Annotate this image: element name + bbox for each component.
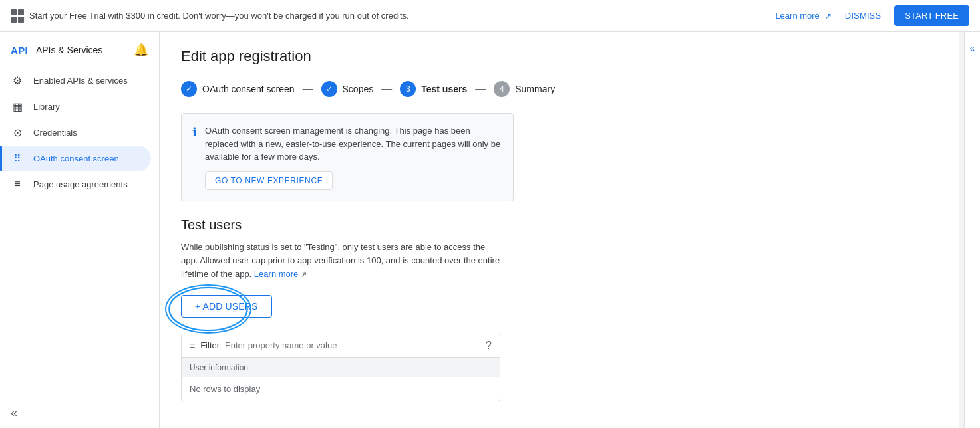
sidebar-collapse-button[interactable]: « bbox=[0, 398, 159, 428]
go-to-new-experience-button[interactable]: GO TO NEW EXPERIENCE bbox=[205, 171, 333, 190]
sidebar-item-label: Page usage agreements bbox=[33, 179, 128, 189]
step-sep-2: — bbox=[381, 83, 392, 95]
sidebar-item-credentials[interactable]: ⊙ Credentials bbox=[0, 120, 151, 146]
scroll-track[interactable] bbox=[959, 32, 964, 428]
step-label-summary: Summary bbox=[515, 84, 555, 94]
info-icon: ℹ bbox=[192, 125, 197, 190]
add-users-button[interactable]: + ADD USERS bbox=[181, 295, 272, 318]
add-users-wrapper: + ADD USERS bbox=[181, 295, 272, 318]
step-circle-oauth: ✓ bbox=[181, 81, 197, 97]
step-oauth: ✓ OAuth consent screen bbox=[181, 81, 295, 97]
oauth-icon: ⠿ bbox=[11, 152, 24, 165]
step-circle-scopes: ✓ bbox=[321, 81, 337, 97]
external-link-icon-2: ↗ bbox=[301, 270, 307, 278]
grid-icon bbox=[11, 9, 24, 23]
top-banner: Start your Free Trial with $300 in credi… bbox=[0, 0, 980, 32]
step-label-scopes: Scopes bbox=[343, 84, 374, 94]
stepper: ✓ OAuth consent screen — ✓ Scopes — 3 Te… bbox=[181, 81, 937, 97]
sidebar-nav: ⚙ Enabled APIs & services ▦ Library ⊙ Cr… bbox=[0, 68, 159, 197]
filter-icon: ≡ bbox=[190, 340, 195, 351]
learn-more-link[interactable]: Learn more bbox=[254, 269, 298, 279]
step-test-users: 3 Test users bbox=[400, 81, 467, 97]
dismiss-button[interactable]: DISMISS bbox=[837, 5, 889, 26]
right-collapse-icon: « bbox=[970, 43, 975, 53]
collapse-icon: « bbox=[11, 406, 17, 419]
filter-label: Filter bbox=[200, 340, 220, 350]
sidebar-item-library[interactable]: ▦ Library bbox=[0, 94, 151, 120]
sidebar-item-label: Library bbox=[33, 102, 60, 112]
step-sep-1: — bbox=[303, 83, 313, 95]
table-header: User information bbox=[182, 358, 500, 377]
user-table: ≡ Filter ? User information No rows to d… bbox=[181, 334, 500, 401]
sidebar-item-label: Enabled APIs & services bbox=[33, 76, 128, 86]
step-label-test-users: Test users bbox=[421, 84, 467, 94]
notification-icon[interactable]: 🔔 bbox=[134, 43, 148, 57]
step-label-oauth: OAuth consent screen bbox=[202, 84, 295, 94]
external-link-icon: ↗ bbox=[825, 11, 832, 21]
sidebar-item-oauth-consent[interactable]: ⠿ OAuth consent screen bbox=[0, 146, 151, 171]
step-summary: 4 Summary bbox=[494, 81, 555, 97]
sidebar-item-label: OAuth consent screen bbox=[33, 154, 119, 163]
right-collapse-button[interactable]: « bbox=[964, 32, 980, 428]
step-sep-3: — bbox=[475, 83, 486, 95]
filter-help-icon[interactable]: ? bbox=[486, 340, 492, 352]
sidebar-item-label: Credentials bbox=[33, 128, 77, 138]
start-free-button[interactable]: START FREE bbox=[894, 5, 969, 26]
page-usage-icon: ≡ bbox=[11, 178, 24, 190]
cancel-button[interactable]: CANCEL bbox=[289, 423, 327, 428]
library-icon: ▦ bbox=[11, 100, 24, 113]
info-box: ℹ OAuth consent screen management is cha… bbox=[181, 113, 514, 201]
step-scopes: ✓ Scopes bbox=[321, 81, 374, 97]
main-content: Edit app registration ✓ OAuth consent sc… bbox=[160, 32, 959, 428]
sidebar-item-enabled-apis[interactable]: ⚙ Enabled APIs & services bbox=[0, 68, 151, 94]
bottom-actions: SAVE AND CONTINUE CANCEL bbox=[181, 417, 937, 428]
filter-input[interactable] bbox=[225, 340, 480, 350]
info-box-text: OAuth consent screen management is chang… bbox=[205, 126, 500, 161]
table-empty-row: No rows to display bbox=[182, 377, 500, 401]
api-badge: API bbox=[11, 45, 28, 56]
annotation-arrow bbox=[160, 319, 173, 356]
settings-icon: ⚙ bbox=[11, 74, 24, 87]
sidebar-item-page-usage[interactable]: ≡ Page usage agreements bbox=[0, 171, 151, 197]
sidebar: API APIs & Services 🔔 ⚙ Enabled APIs & s… bbox=[0, 32, 160, 428]
test-users-section-title: Test users bbox=[181, 217, 937, 233]
info-box-content: OAuth consent screen management is chang… bbox=[205, 124, 502, 190]
banner-text: Start your Free Trial with $300 in credi… bbox=[29, 11, 770, 21]
page-title: Edit app registration bbox=[181, 48, 937, 65]
step-circle-test-users: 3 bbox=[400, 81, 416, 97]
step-circle-summary: 4 bbox=[494, 81, 510, 97]
sidebar-header: API APIs & Services 🔔 bbox=[0, 32, 159, 62]
table-filter-row: ≡ Filter ? bbox=[182, 334, 500, 358]
test-users-description: While publishing status is set to "Testi… bbox=[181, 241, 500, 282]
sidebar-title: APIs & Services bbox=[36, 45, 102, 55]
credentials-icon: ⊙ bbox=[11, 126, 24, 139]
save-and-continue-button[interactable]: SAVE AND CONTINUE bbox=[181, 423, 279, 428]
app-layout: API APIs & Services 🔔 ⚙ Enabled APIs & s… bbox=[0, 32, 980, 428]
banner-learn-more-link[interactable]: Learn more bbox=[775, 11, 819, 21]
